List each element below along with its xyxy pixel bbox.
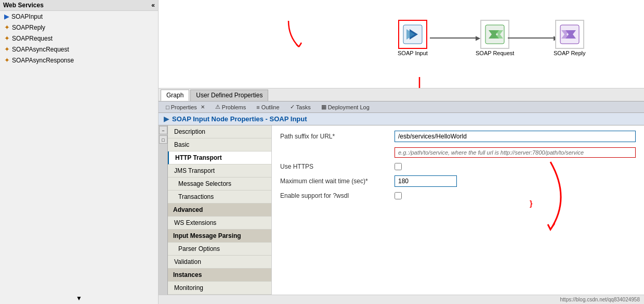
tab-graph[interactable]: Graph [161,90,189,101]
path-suffix-hint: e.g.:/path/to/service, where the full ur… [395,147,636,158]
path-suffix-label: Path suffix for URL* [280,133,395,140]
wait-time-input[interactable] [395,175,457,187]
properties-panel: □ Properties ✕ ⚠ Problems ≡ Outline ✓ Ta… [159,102,644,304]
use-https-label: Use HTTPS [280,163,395,170]
outline-tab-label: Outline [261,104,280,110]
soap-request-label: SOAP Request [476,50,514,56]
nav-instances[interactable]: Instances [168,269,271,282]
outline-tab-icon: ≡ [256,104,259,110]
props-header-icon: ▶ [164,115,169,123]
sidebar-item-label: SOAPInput [11,13,43,20]
nav-message-selectors[interactable]: Message Selectors [168,178,271,191]
soap-input-icon [402,24,423,45]
maximize-button[interactable]: □ [159,135,167,144]
wsdl-label: Enable support for ?wsdl [280,192,395,199]
sidebar-item-soapinput[interactable]: ▶ SOAPInput [0,11,158,22]
nav-advanced[interactable]: Advanced [168,204,271,217]
soap-async-request-sidebar-icon: ✦ [4,45,10,53]
soap-input-node[interactable]: SOAP Input [398,20,428,56]
tab-properties[interactable]: □ Properties ✕ [161,103,210,111]
deployment-log-tab-icon: ▦ [321,104,326,110]
props-content: − □ Description Basic HTTP Transport JMS… [159,125,644,295]
tasks-tab-label: Tasks [296,104,311,110]
properties-tab-label: Properties [171,104,197,110]
soap-reply-node-box[interactable] [555,20,584,49]
properties-tab-close[interactable]: ✕ [201,104,205,110]
soap-request-node-box[interactable] [480,20,509,49]
sidebar: Web Services « ▶ SOAPInput ✦ SOAPReply ✦… [0,0,159,304]
soap-request-sidebar-icon: ✦ [4,34,10,42]
props-form: Path suffix for URL* e.g.:/path/to/servi… [272,125,644,295]
tab-deployment-log[interactable]: ▦ Deployment Log [316,103,375,111]
connector-2: ▶ [508,34,558,42]
properties-tab-icon: □ [166,104,169,110]
sidebar-collapse-icon[interactable]: « [151,2,155,9]
form-row-wsdl: Enable support for ?wsdl [280,192,636,199]
props-section-header: ▶ SOAP Input Node Properties - SOAP Inpu… [159,113,644,125]
sidebar-item-label: SOAPAsyncResponse [12,57,74,64]
tab-tasks[interactable]: ✓ Tasks [285,103,316,111]
soap-input-node-box[interactable] [398,20,427,49]
deployment-log-tab-label: Deployment Log [328,104,370,110]
minimize-button[interactable]: − [159,126,167,134]
soap-reply-node[interactable]: SOAP Reply [554,20,586,56]
tab-problems[interactable]: ⚠ Problems [210,103,251,111]
sidebar-item-soaprequest[interactable]: ✦ SOAPRequest [0,33,158,44]
props-header-title: SOAP Input Node Properties - SOAP Input [172,115,307,123]
sidebar-item-soapasyncrequest[interactable]: ✦ SOAPAsyncRequest [0,44,158,55]
form-row-wait-time: Maximum client wait time (sec)* [280,175,636,187]
soap-input-label: SOAP Input [398,50,428,56]
soap-request-icon [484,24,505,45]
status-url: https://blog.csdn.net/qq834024958 [560,297,640,302]
sidebar-item-label: SOAPReply [12,24,45,31]
soap-reply-label: SOAP Reply [554,50,586,56]
nav-parser-options[interactable]: Parser Options [168,243,271,256]
wsdl-checkbox[interactable] [395,192,402,199]
nav-monitoring[interactable]: Monitoring [168,282,271,295]
sidebar-header: Web Services « [0,0,158,11]
tab-outline[interactable]: ≡ Outline [251,103,284,111]
nav-transactions[interactable]: Transactions [168,191,271,204]
soap-reply-icon [559,24,580,45]
props-nav: Description Basic HTTP Transport JMS Tra… [168,125,272,295]
form-row-hint: e.g.:/path/to/service, where the full ur… [280,147,636,158]
form-row-path-suffix: Path suffix for URL* [280,131,636,142]
path-suffix-input[interactable] [395,131,636,142]
nav-basic[interactable]: Basic [168,138,271,151]
bottom-status-bar: https://blog.csdn.net/qq834024958 [159,295,644,304]
canvas-area[interactable]: SOAP Input ▶ SOAP Re [159,0,644,88]
use-https-checkbox[interactable] [395,163,402,170]
nav-validation[interactable]: Validation [168,256,271,269]
nav-http-transport[interactable]: HTTP Transport [168,151,271,164]
tab-user-defined-props[interactable]: User Defined Properties [190,90,268,101]
tasks-tab-icon: ✓ [290,104,295,110]
sidebar-title: Web Services [3,2,44,9]
nav-description[interactable]: Description [168,125,271,138]
sidebar-item-soapasyncresponse[interactable]: ✦ SOAPAsyncResponse [0,55,158,66]
problems-tab-label: Problems [222,104,246,110]
nav-input-message-parsing[interactable]: Input Message Parsing [168,230,271,243]
svg-text:}: } [530,199,533,208]
soap-reply-sidebar-icon: ✦ [4,23,10,31]
sidebar-item-label: SOAPRequest [12,35,52,42]
sidebar-item-soapreply[interactable]: ✦ SOAPReply [0,22,158,33]
side-buttons: − □ [159,125,168,295]
wait-time-label: Maximum client wait time (sec)* [280,178,395,185]
form-row-https: Use HTTPS [280,163,636,170]
annotation-arrow-1 [283,16,314,57]
props-tab-bar: □ Properties ✕ ⚠ Problems ≡ Outline ✓ Ta… [159,102,644,113]
nav-jms-transport[interactable]: JMS Transport [168,164,271,178]
nav-ws-extensions[interactable]: WS Extensions [168,217,271,230]
annotation-down-arrow [412,77,427,88]
connector-1: ▶ [430,34,480,42]
soap-async-response-sidebar-icon: ✦ [4,56,10,64]
soap-input-sidebar-icon: ▶ [4,12,9,20]
sidebar-item-label: SOAPAsyncRequest [12,46,69,53]
problems-tab-icon: ⚠ [215,104,220,110]
annotation-arrow-2: } [519,157,582,240]
sidebar-scroll-down-icon[interactable]: ▼ [76,295,82,302]
canvas-tabs: Graph User Defined Properties [159,88,644,101]
